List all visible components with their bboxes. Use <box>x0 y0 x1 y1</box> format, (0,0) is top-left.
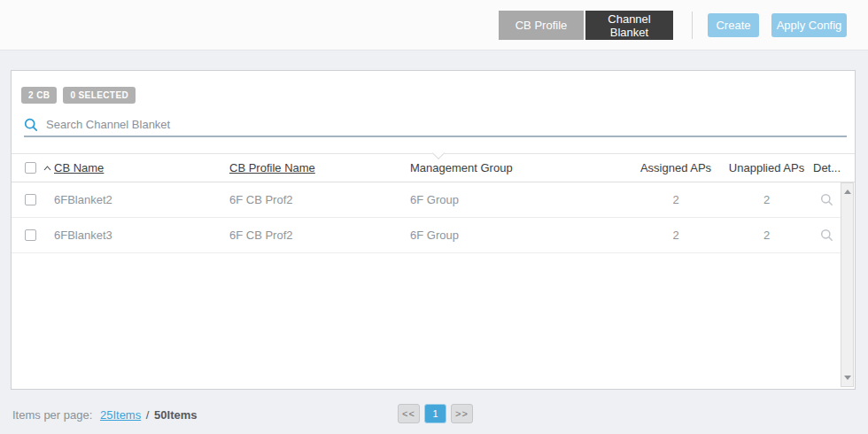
apply-config-button[interactable]: Apply Config <box>771 13 847 37</box>
cell-management-group: 6F Group <box>410 193 632 206</box>
row-details-button[interactable] <box>820 193 833 206</box>
pagination: << 1 >> <box>398 404 473 423</box>
cell-assigned-aps: 2 <box>632 193 720 206</box>
row-checkbox[interactable] <box>25 229 36 241</box>
search-icon <box>24 118 38 132</box>
toolbar-divider <box>692 12 693 39</box>
selected-count-badge: 0 SELECTED <box>63 87 136 104</box>
column-header-cb-name[interactable]: CB Name <box>54 161 104 174</box>
select-all-checkbox[interactable] <box>25 162 36 174</box>
tab-cb-profile-label: CB Profile <box>515 19 568 32</box>
column-header-assigned-aps: Assigned APs <box>640 161 711 174</box>
cell-cb-name: 6FBlanket3 <box>54 229 229 242</box>
tab-channel-blanket-label: Channel Blanket <box>598 12 661 39</box>
row-checkbox[interactable] <box>25 194 36 205</box>
cell-assigned-aps: 2 <box>632 229 720 242</box>
table-header: CB Name CB Profile Name Management Group… <box>12 153 855 182</box>
table-row[interactable]: 6FBlanket3 6F CB Prof2 6F Group 2 2 <box>12 218 841 253</box>
page-size-25-link[interactable]: 25Items <box>100 408 141 422</box>
vertical-scrollbar[interactable] <box>841 182 854 387</box>
row-details-button[interactable] <box>820 229 833 242</box>
cell-cb-name: 6FBlanket2 <box>54 193 229 206</box>
cb-count-badge: 2 CB <box>21 87 57 104</box>
column-header-unapplied-aps: Unapplied APs <box>729 161 804 174</box>
column-header-details: Det... <box>813 161 841 174</box>
cell-unapplied-aps: 2 <box>720 229 813 242</box>
details-search-icon <box>820 193 833 206</box>
page-size-separator: / <box>146 408 150 422</box>
search-input[interactable] <box>46 118 847 131</box>
top-toolbar: CB Profile Channel Blanket Create Apply … <box>0 0 868 50</box>
table-row[interactable]: 6FBlanket2 6F CB Prof2 6F Group 2 2 <box>12 182 841 218</box>
scroll-up-icon[interactable] <box>844 190 851 194</box>
column-header-cb-profile-name[interactable]: CB Profile Name <box>229 161 315 174</box>
sort-asc-icon <box>43 166 51 171</box>
cell-cb-profile-name: 6F CB Prof2 <box>229 193 410 206</box>
pagination-prev-button[interactable]: << <box>398 404 420 423</box>
scroll-down-icon[interactable] <box>844 376 851 380</box>
search-bar <box>24 113 847 137</box>
status-badges: 2 CB 0 SELECTED <box>21 87 136 104</box>
tab-channel-blanket[interactable]: Channel Blanket <box>585 11 673 40</box>
create-button[interactable]: Create <box>708 13 759 37</box>
pagination-next-button[interactable]: >> <box>451 404 473 423</box>
cell-cb-profile-name: 6F CB Prof2 <box>229 229 410 242</box>
page-size-50-label: 50Items <box>154 408 197 422</box>
items-per-page-label: Items per page: <box>12 408 92 422</box>
cell-unapplied-aps: 2 <box>720 193 813 206</box>
tab-cb-profile[interactable]: CB Profile <box>499 11 584 40</box>
table-body: 6FBlanket2 6F CB Prof2 6F Group 2 2 6FBl… <box>12 182 841 253</box>
pagination-page-1-button[interactable]: 1 <box>424 404 446 423</box>
channel-blanket-panel: 2 CB 0 SELECTED CB Name CB Profile Name … <box>11 70 856 390</box>
items-per-page: Items per page: 25Items / 50Items <box>12 408 198 422</box>
column-header-management-group: Management Group <box>410 161 513 174</box>
details-search-icon <box>820 229 833 242</box>
cell-management-group: 6F Group <box>410 229 632 242</box>
